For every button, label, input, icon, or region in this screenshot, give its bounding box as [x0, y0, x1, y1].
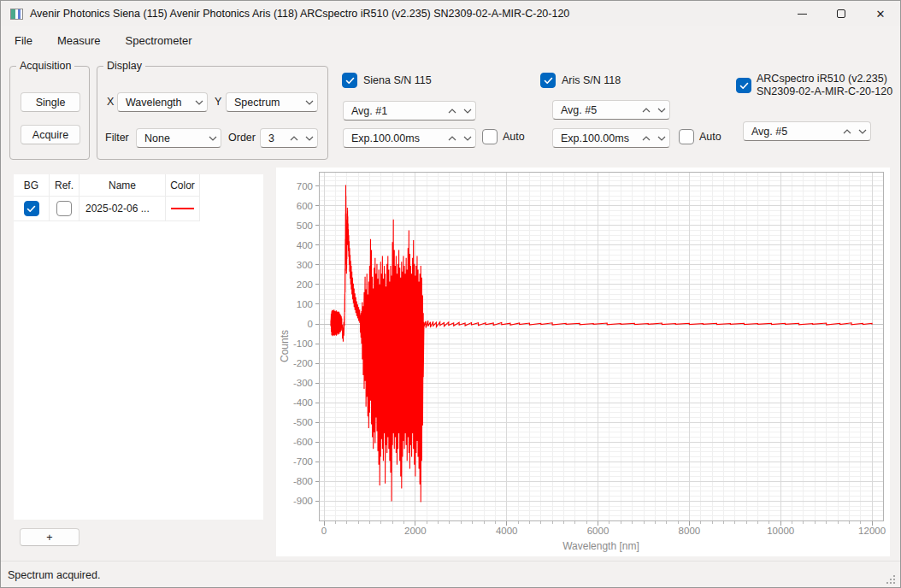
aris-averaging-stepper[interactable]: Avg. #5 — [552, 100, 670, 120]
svg-text:0: 0 — [308, 319, 313, 329]
arcspectro-label: ARCspectro iR510 (v2.235)SN2309-02-A-MIR… — [757, 73, 892, 98]
svg-text:-400: -400 — [293, 397, 313, 408]
svg-text:600: 600 — [297, 201, 313, 211]
order-label: Order — [228, 132, 256, 144]
siena-auto-checkbox[interactable] — [482, 129, 498, 144]
color-swatch — [171, 208, 194, 209]
svg-text:10000: 10000 — [767, 526, 794, 536]
resize-grip-icon[interactable] — [893, 582, 895, 584]
close-icon: ✕ — [876, 9, 886, 20]
arcspectro-averaging-stepper[interactable]: Avg. #5 — [743, 121, 871, 141]
svg-text:-100: -100 — [293, 338, 313, 349]
svg-text:-600: -600 — [293, 437, 313, 447]
ref-checkbox[interactable] — [56, 201, 72, 216]
order-stepper[interactable]: 3 — [260, 128, 318, 148]
svg-text:300: 300 — [297, 260, 313, 270]
x-axis-dropdown[interactable]: Wavelength — [117, 92, 208, 112]
aris-checkbox[interactable] — [540, 73, 556, 88]
svg-text:0: 0 — [321, 526, 327, 536]
arcspectro-checkbox[interactable] — [736, 78, 751, 93]
column-header-name[interactable]: Name — [80, 174, 166, 197]
menu-bar: File Measure Spectrometer — [1, 26, 900, 54]
display-group: Display X Wavelength Y Spectrum Filter N… — [97, 66, 328, 160]
x-axis-label: X — [107, 96, 114, 108]
spectrum-plot[interactable]: 0200040006000800010000120007006005004003… — [276, 168, 890, 556]
minimize-icon — [798, 14, 807, 15]
filter-dropdown[interactable]: None — [136, 128, 221, 148]
chevron-down-icon — [191, 93, 207, 111]
window-controls: ✕ — [782, 1, 900, 26]
y-axis-dropdown[interactable]: Spectrum — [226, 92, 318, 112]
decrement-icon[interactable] — [654, 101, 669, 119]
chevron-down-icon — [302, 93, 317, 111]
siena-label: Siena S/N 115 — [363, 74, 432, 86]
siena-checkbox[interactable] — [342, 73, 357, 88]
decrement-icon[interactable] — [460, 102, 475, 120]
spectrum-chart[interactable]: 0200040006000800010000120007006005004003… — [276, 168, 890, 556]
menu-file[interactable]: File — [3, 28, 44, 53]
siena-exposure-stepper[interactable]: Exp.100.00ms — [343, 128, 476, 148]
svg-text:-800: -800 — [293, 476, 313, 486]
increment-icon[interactable] — [839, 122, 855, 140]
svg-text:100: 100 — [297, 299, 313, 309]
column-header-ref[interactable]: Ref. — [50, 174, 80, 197]
app-icon — [10, 9, 23, 20]
title-bar: Avenir Photonics Siena (115) Avenir Phot… — [1, 1, 900, 26]
aris-auto-label: Auto — [699, 131, 721, 143]
svg-text:4000: 4000 — [496, 526, 518, 536]
window-title: Avenir Photonics Siena (115) Avenir Phot… — [30, 8, 569, 20]
svg-text:400: 400 — [297, 240, 313, 250]
display-group-title: Display — [103, 60, 145, 72]
increment-icon[interactable] — [445, 129, 460, 147]
menu-measure[interactable]: Measure — [46, 28, 112, 53]
aris-exposure-stepper[interactable]: Exp.100.00ms — [552, 128, 670, 148]
bg-checkbox[interactable] — [24, 201, 39, 216]
close-button[interactable]: ✕ — [861, 1, 900, 26]
increment-icon[interactable] — [639, 101, 654, 119]
add-spectrum-button[interactable]: + — [20, 528, 80, 546]
svg-text:12000: 12000 — [858, 526, 886, 536]
increment-icon[interactable] — [286, 129, 302, 147]
svg-text:-500: -500 — [293, 417, 313, 427]
spectrum-name[interactable]: 2025-02-06 ... — [80, 197, 166, 221]
svg-text:-300: -300 — [293, 378, 313, 388]
spectra-list-panel: BG Ref. Name Color 2025-02-06 ... — [14, 174, 263, 520]
svg-text:2000: 2000 — [404, 526, 427, 536]
decrement-icon[interactable] — [460, 129, 475, 147]
status-bar: Spectrum acquired. — [1, 561, 900, 588]
decrement-icon[interactable] — [302, 129, 317, 147]
svg-text:-700: -700 — [293, 456, 313, 467]
acquisition-group: Acquisition Single Acquire — [9, 66, 90, 160]
increment-icon[interactable] — [445, 102, 460, 120]
increment-icon[interactable] — [639, 129, 654, 147]
svg-text:Wavelength [nm]: Wavelength [nm] — [562, 540, 639, 552]
maximize-icon — [837, 9, 845, 18]
chevron-down-icon — [205, 129, 221, 147]
svg-text:6000: 6000 — [587, 526, 610, 536]
aris-label: Aris S/N 118 — [562, 74, 621, 86]
filter-label: Filter — [105, 132, 129, 144]
y-axis-label: Y — [215, 96, 221, 108]
menu-spectrometer[interactable]: Spectrometer — [115, 28, 203, 53]
svg-text:Counts: Counts — [279, 330, 291, 362]
acquisition-group-title: Acquisition — [16, 60, 74, 72]
minimize-button[interactable] — [782, 1, 822, 26]
table-row[interactable]: 2025-02-06 ... — [14, 197, 200, 221]
siena-auto-label: Auto — [503, 131, 525, 143]
svg-text:700: 700 — [297, 181, 313, 191]
svg-text:8000: 8000 — [679, 526, 701, 536]
decrement-icon[interactable] — [855, 122, 870, 140]
column-header-bg[interactable]: BG — [14, 174, 50, 197]
spectra-table-header: BG Ref. Name Color — [14, 174, 200, 197]
single-button[interactable]: Single — [21, 92, 80, 112]
svg-text:200: 200 — [297, 279, 313, 290]
aris-auto-checkbox[interactable] — [679, 129, 694, 144]
decrement-icon[interactable] — [654, 129, 669, 147]
spectrum-color-cell[interactable] — [166, 197, 200, 221]
app-window: Avenir Photonics Siena (115) Avenir Phot… — [0, 0, 901, 588]
siena-averaging-stepper[interactable]: Avg. #1 — [343, 101, 476, 121]
status-message: Spectrum acquired. — [8, 569, 100, 581]
maximize-button[interactable] — [822, 1, 861, 26]
acquire-button[interactable]: Acquire — [21, 125, 80, 144]
column-header-color[interactable]: Color — [166, 174, 200, 197]
